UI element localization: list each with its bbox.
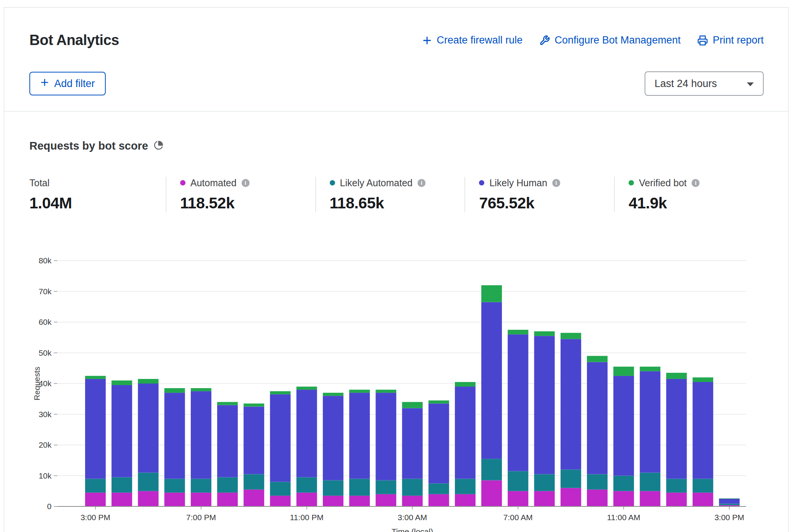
stat-verified-bot-label: Verified bot [639, 177, 687, 189]
configure-bot-management-link[interactable]: Configure Bot Management [539, 34, 680, 46]
svg-text:Requests: Requests [32, 367, 41, 401]
stats-row: Total 1.04M Automated i 118.52k Likely A… [29, 177, 764, 212]
create-firewall-rule-label: Create firewall rule [437, 34, 522, 46]
section-heading: Requests by bot score [29, 140, 148, 152]
bot-analytics-card: Bot Analytics Create firewall rule [4, 7, 788, 532]
create-firewall-rule-link[interactable]: Create firewall rule [422, 34, 522, 46]
stat-automated: Automated i 118.52k [166, 177, 315, 212]
stat-total-value: 1.04M [29, 194, 166, 212]
stat-likely-human: Likely Human i 765.52k [464, 177, 614, 212]
printer-icon [697, 35, 708, 46]
stat-likely-automated-label: Likely Automated [340, 177, 413, 189]
likely-human-legend-dot [479, 180, 484, 185]
svg-text:80k: 80k [39, 256, 52, 265]
info-icon[interactable]: i [418, 179, 426, 187]
info-icon[interactable]: i [692, 179, 700, 187]
requests-chart-area: 010k20k30k40k50k60k70k80k3:00 PM7:00 PM1… [4, 242, 790, 532]
wrench-icon [539, 35, 550, 46]
info-icon[interactable]: i [242, 179, 250, 187]
svg-text:0: 0 [47, 502, 52, 511]
plus-icon [422, 35, 432, 45]
svg-text:60k: 60k [39, 318, 52, 326]
stat-likely-human-value: 765.52k [479, 194, 614, 212]
verified-bot-legend-dot [629, 180, 634, 185]
svg-text:3:00 PM: 3:00 PM [714, 513, 744, 522]
svg-text:3:00 PM: 3:00 PM [81, 513, 110, 522]
stat-automated-value: 118.52k [180, 194, 315, 212]
print-report-label: Print report [713, 34, 764, 46]
pie-chart-icon [154, 140, 163, 152]
time-range-select[interactable]: Last 24 hours [645, 71, 764, 96]
svg-text:10k: 10k [39, 471, 52, 480]
print-report-link[interactable]: Print report [697, 34, 764, 46]
stat-automated-label: Automated [190, 177, 237, 189]
stat-verified-bot-value: 41.9k [629, 194, 764, 212]
svg-text:Time (local): Time (local) [392, 527, 433, 532]
stat-likely-automated: Likely Automated i 118.65k [315, 177, 465, 212]
svg-text:50k: 50k [39, 348, 52, 357]
svg-text:70k: 70k [39, 287, 52, 296]
add-filter-button[interactable]: Add filter [29, 72, 106, 95]
automated-legend-dot [180, 180, 185, 185]
stat-total-label: Total [29, 177, 50, 189]
page-title: Bot Analytics [29, 32, 119, 48]
svg-text:11:00 AM: 11:00 AM [607, 513, 640, 522]
info-icon[interactable]: i [552, 179, 560, 187]
svg-text:7:00 PM: 7:00 PM [186, 513, 216, 522]
likely-automated-legend-dot [330, 180, 335, 185]
chevron-down-icon [746, 78, 755, 90]
time-range-value: Last 24 hours [655, 78, 717, 90]
configure-bot-management-label: Configure Bot Management [555, 34, 680, 46]
header-actions: Create firewall rule Configure Bot Manag… [422, 34, 764, 46]
stat-likely-human-label: Likely Human [489, 177, 547, 189]
plus-icon [40, 78, 49, 90]
svg-text:7:00 AM: 7:00 AM [503, 513, 533, 522]
svg-text:30k: 30k [39, 410, 52, 419]
card-header: Bot Analytics Create firewall rule [4, 8, 788, 111]
svg-text:3:00 AM: 3:00 AM [398, 513, 427, 522]
bot-score-stacked-bar-chart[interactable]: 010k20k30k40k50k60k70k80k3:00 PM7:00 PM1… [4, 242, 790, 532]
stat-verified-bot: Verified bot i 41.9k [614, 177, 764, 212]
svg-text:20k: 20k [39, 440, 52, 449]
card-body: Requests by bot score Total 1.04M Automa… [4, 111, 788, 212]
svg-text:11:00 PM: 11:00 PM [290, 513, 324, 522]
stat-likely-automated-value: 118.65k [330, 194, 465, 212]
stat-total: Total 1.04M [29, 177, 166, 212]
add-filter-label: Add filter [54, 78, 95, 90]
